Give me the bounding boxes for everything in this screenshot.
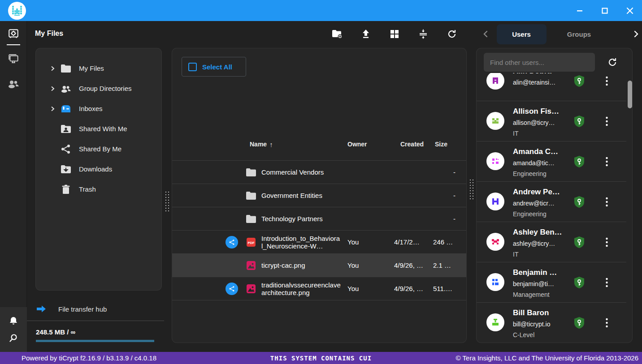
svg-text:PDF: PDF (248, 240, 255, 244)
shared-badge-icon[interactable] (226, 283, 238, 295)
directory-tree-panel: My Files Group Directories (36, 48, 161, 290)
key-shield-icon (573, 276, 585, 289)
tab-groups[interactable]: Groups (553, 24, 606, 44)
file-row-selected[interactable]: ticrypt-cac.png You 4/9/26, … 2.1 … (172, 253, 466, 277)
user-department: C-Level (513, 330, 576, 340)
tabs-chevron-right-icon[interactable] (629, 28, 642, 40)
folder-row[interactable]: Commercial Vendors - (172, 160, 466, 184)
user-row[interactable]: Ashley Ben… ashley@ticry… IT (477, 222, 626, 262)
user-department: IT (513, 249, 576, 260)
titlebar (0, 0, 642, 21)
rail-bottom (0, 307, 27, 352)
file-transfer-hub-label: File transfer hub (58, 305, 107, 313)
file-row[interactable]: traditionalvssecureenclavearchitecture.p… (172, 277, 466, 300)
user-menu-icon[interactable] (602, 156, 611, 167)
tree-item-shared-by-me[interactable]: Shared By Me (36, 139, 161, 159)
users-scrollbar-thumb[interactable] (628, 81, 632, 108)
user-row[interactable]: Amanda C… amanda@tic… Engineering (477, 141, 626, 182)
user-menu-icon[interactable] (602, 76, 611, 86)
column-size[interactable]: Size (435, 141, 447, 148)
tree-item-group-directories[interactable]: Group Directories (36, 78, 161, 98)
tab-users[interactable]: Users (497, 24, 547, 44)
file-row[interactable]: PDF Introduction_to_Behavioral_Neuroscie… (172, 230, 466, 253)
user-email: benjamin@ti… (513, 278, 576, 289)
new-folder-icon[interactable] (331, 28, 343, 40)
user-menu-icon[interactable] (602, 317, 611, 328)
collapse-rows-icon[interactable] (417, 28, 429, 40)
expand-chevron-icon[interactable] (48, 106, 56, 111)
user-menu-icon[interactable] (602, 197, 611, 207)
select-all-button[interactable]: Select All (182, 57, 246, 77)
file-rows: Commercial Vendors - Government Entities… (172, 160, 466, 300)
folder-icon (246, 191, 256, 200)
key-shield-icon (573, 236, 585, 248)
user-row[interactable]: Bill Baron bill@ticrypt.io C-Level (477, 303, 626, 343)
folder-icon (246, 214, 256, 223)
user-menu-icon[interactable] (602, 116, 611, 127)
user-department: IT (513, 128, 576, 139)
version-text: Powered by tiCrypt f2.16.9 / b3.13.9 / c… (22, 354, 156, 362)
search-icon[interactable] (8, 333, 19, 343)
tree-item-my-files[interactable]: My Files (36, 58, 161, 78)
user-menu-icon[interactable] (602, 237, 611, 248)
user-row[interactable]: Benjamin … benjamin@ti… Management (477, 262, 626, 303)
expand-chevron-icon[interactable] (48, 86, 56, 91)
user-menu-icon[interactable] (602, 277, 611, 288)
refresh-icon[interactable] (446, 28, 458, 40)
status-bar: THIS SYSTEM CONTAINS CUI Powered by tiCr… (0, 352, 642, 364)
column-owner[interactable]: Owner (347, 141, 367, 148)
file-name: Introduction_to_Behavioral_Neuroscience-… (261, 235, 341, 250)
tabs-chevron-left-icon[interactable] (480, 28, 492, 40)
file-size: 246 … (433, 238, 456, 246)
maximize-button[interactable] (597, 3, 612, 18)
close-button[interactable] (622, 3, 638, 18)
file-created: 4/9/26, … (394, 261, 426, 269)
column-created[interactable]: Created (400, 141, 425, 148)
folder-account-icon (60, 124, 72, 133)
user-email: bill@ticrypt.io (513, 319, 576, 330)
tree-item-inboxes[interactable]: Inboxes (36, 98, 161, 119)
upload-icon[interactable] (360, 28, 372, 40)
file-created: 4/9/26, … (394, 285, 426, 292)
folder-row[interactable]: Technology Partners - (172, 207, 466, 230)
tree-item-label: My Files (79, 64, 104, 72)
users-refresh-icon[interactable] (607, 56, 618, 68)
left-rail (0, 21, 27, 352)
user-email: andrew@ticr… (513, 198, 576, 209)
grid-view-icon[interactable] (388, 28, 401, 40)
tree-item-shared-with-me[interactable]: Shared With Me (36, 119, 161, 139)
panel-resize-handle[interactable] (164, 190, 169, 212)
tree-item-downloads[interactable]: Downloads (36, 159, 161, 179)
tree-item-label: Shared By Me (79, 145, 121, 153)
notifications-icon[interactable] (8, 316, 19, 326)
user-row[interactable]: Andrew Pe… andrew@ticr… Engineering (477, 182, 626, 222)
key-shield-icon (573, 155, 585, 168)
header: My Files (27, 21, 642, 47)
folder-icon (246, 168, 256, 177)
tree-item-trash[interactable]: Trash (36, 179, 161, 199)
key-shield-icon (573, 75, 585, 87)
user-row[interactable]: Alin Dobra alin@terainsi… (477, 73, 626, 101)
key-shield-icon (573, 196, 585, 208)
expand-chevron-icon[interactable] (48, 66, 56, 71)
rail-vault-icon[interactable] (0, 21, 27, 46)
file-transfer-hub-button[interactable]: File transfer hub (36, 301, 164, 317)
image-file-icon (246, 260, 256, 271)
panel-resize-handle[interactable] (468, 178, 474, 200)
page-title: My Files (35, 30, 63, 38)
user-email: ashley@ticry… (513, 238, 576, 249)
folder-row[interactable]: Government Entities - (172, 184, 466, 207)
copyright-text: © Tera Insights, LLC and The University … (456, 354, 638, 362)
user-row[interactable]: Allison Fis… allison@ticry… IT (477, 101, 626, 141)
find-users-input[interactable] (484, 53, 595, 72)
user-department: Management (513, 289, 576, 300)
rail-people-icon[interactable] (0, 71, 27, 96)
minimize-button[interactable] (572, 3, 587, 18)
select-all-checkbox[interactable] (188, 63, 197, 71)
user-department: Engineering (513, 209, 576, 219)
avatar (486, 233, 504, 251)
storage-quota-text: 248.5 MB / ∞ (36, 328, 75, 336)
shared-badge-icon[interactable] (226, 236, 238, 248)
column-name[interactable]: Name ↑ (250, 141, 273, 148)
rail-machines-icon[interactable] (0, 46, 27, 71)
